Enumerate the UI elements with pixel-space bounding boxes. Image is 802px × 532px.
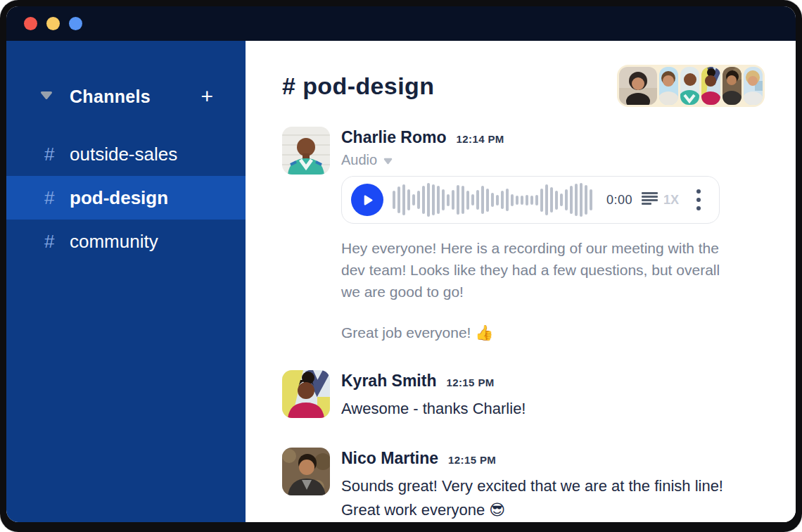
member-avatar (744, 67, 763, 105)
zoom-window-button[interactable] (69, 17, 82, 30)
speed-lines-icon (642, 192, 658, 208)
add-channel-button[interactable]: + (200, 86, 213, 107)
author-name[interactable]: Charlie Romo (341, 128, 447, 147)
message-text: Hey everyone! Here is a recording of our… (341, 237, 732, 303)
avatar-kyrah-smith[interactable] (282, 370, 330, 418)
member-avatar (680, 67, 699, 105)
channel-list: # outside-sales # pod-design # community (6, 132, 246, 263)
hash-icon: # (44, 231, 61, 253)
channel-main-pane: # pod-design (246, 41, 796, 522)
audio-waveform[interactable] (393, 182, 592, 217)
avatar-charlie-romo[interactable] (282, 127, 330, 175)
member-avatar (619, 67, 657, 105)
message-kyrah: Kyrah Smith 12:15 PM Awesome - thanks Ch… (282, 370, 765, 421)
chevron-down-icon (383, 152, 393, 168)
message-timestamp: 12:15 PM (448, 454, 496, 466)
channel-members-avatars[interactable] (617, 65, 765, 107)
sidebar-item-pod-design[interactable]: # pod-design (6, 176, 246, 220)
message-timestamp: 12:14 PM (457, 133, 504, 145)
window-titlebar (6, 6, 796, 41)
message-charlie: Charlie Romo 12:14 PM Audio (282, 127, 765, 343)
channels-section-title: Channels (70, 87, 151, 107)
author-name[interactable]: Nico Martine (341, 449, 438, 468)
speed-label: 1X (663, 193, 679, 208)
member-avatar (723, 67, 741, 105)
avatar-nico-martine[interactable] (282, 448, 330, 495)
more-options-kebab-icon[interactable] (694, 186, 704, 213)
app-window: Channels + # outside-sales # pod-design … (0, 0, 802, 532)
hash-icon: # (44, 144, 61, 165)
minimize-window-button[interactable] (46, 17, 60, 30)
channel-sidebar: Channels + # outside-sales # pod-design … (6, 41, 246, 522)
attachment-type-dropdown[interactable]: Audio (341, 152, 393, 168)
chevron-down-icon[interactable] (40, 90, 53, 103)
message-nico: Nico Martine 12:15 PM Sounds great! Very… (282, 448, 765, 522)
message-text: Awesome - thanks Charlie! (341, 397, 526, 421)
member-avatar (659, 67, 678, 105)
audio-player: 0:00 1X (341, 176, 720, 224)
message-text: Great job everyone! 👍 (341, 322, 732, 343)
page-title: # pod-design (282, 72, 434, 100)
play-button[interactable] (351, 184, 383, 216)
channels-section-header: Channels + (6, 86, 246, 107)
member-avatar (701, 67, 720, 105)
author-name[interactable]: Kyrah Smith (341, 372, 436, 391)
playback-speed-control[interactable]: 1X (642, 192, 679, 208)
message-timestamp: 12:15 PM (446, 376, 494, 388)
sidebar-item-community[interactable]: # community (6, 220, 246, 263)
window-inner: Channels + # outside-sales # pod-design … (6, 6, 796, 522)
sidebar-item-outside-sales[interactable]: # outside-sales (6, 132, 246, 176)
message-list: Charlie Romo 12:14 PM Audio (282, 127, 765, 522)
elapsed-time: 0:00 (606, 193, 632, 208)
channel-header: # pod-design (282, 65, 765, 107)
close-window-button[interactable] (24, 17, 37, 30)
message-text: Sounds great! Very excited that we are a… (341, 474, 746, 522)
hash-icon: # (44, 187, 61, 209)
